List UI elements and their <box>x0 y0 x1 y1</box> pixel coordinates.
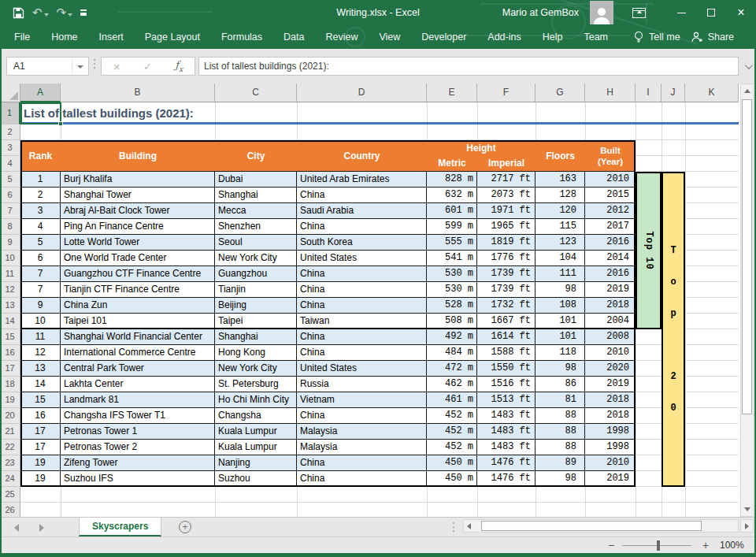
cell-built-row21[interactable]: 1998 <box>585 424 636 440</box>
cell-city-row11[interactable]: Guangzhou <box>215 266 297 282</box>
cell-imperial-row7[interactable]: 1971 ft <box>477 203 536 219</box>
cell-building-row19[interactable]: Landmark 81 <box>61 392 215 408</box>
formula-bar-expand-icon[interactable] <box>745 61 753 69</box>
cell-built-row20[interactable]: 2018 <box>585 408 636 424</box>
cell-city-row18[interactable]: St. Petersburg <box>215 377 297 392</box>
scroll-right-button[interactable] <box>740 519 754 533</box>
sheet-nav-right-icon[interactable] <box>39 524 44 532</box>
cell-country-row22[interactable]: Malaysia <box>297 440 427 455</box>
cell-building-row7[interactable]: Abraj Al-Bait Clock Tower <box>61 203 215 219</box>
row-header-1[interactable]: 1 <box>0 102 20 124</box>
ribbon-display-options-icon[interactable] <box>632 8 646 18</box>
fill-handle[interactable] <box>58 121 63 126</box>
cell-country-row6[interactable]: China <box>297 188 427 203</box>
cell-metric-row7[interactable]: 601 m <box>427 203 477 219</box>
row-header-3[interactable]: 3 <box>0 140 20 156</box>
zoom-out-button[interactable]: − <box>608 539 614 551</box>
tab-help[interactable]: Help <box>543 32 563 43</box>
cell-imperial-row12[interactable]: 1739 ft <box>477 282 536 298</box>
cell-building-row13[interactable]: China Zun <box>61 298 215 314</box>
cell-built-row9[interactable]: 2016 <box>585 235 636 251</box>
cell-city-row23[interactable]: Nanjing <box>215 455 297 471</box>
account-name[interactable]: Mario at GemBox <box>502 7 579 18</box>
vertical-scrollbar[interactable] <box>740 84 754 517</box>
cell-country-row11[interactable]: China <box>297 266 427 282</box>
avatar[interactable] <box>590 1 613 24</box>
cell-imperial-row14[interactable]: 1667 ft <box>477 314 536 329</box>
cell-city-row19[interactable]: Ho Chi Minh City <box>215 392 297 408</box>
row-header-7[interactable]: 7 <box>0 203 20 219</box>
cell-city-row7[interactable]: Mecca <box>215 203 297 219</box>
cell-built-row8[interactable]: 2017 <box>585 219 636 235</box>
zoom-in-button[interactable]: + <box>702 539 709 551</box>
cell-metric-row16[interactable]: 484 m <box>427 345 477 361</box>
cell-built-row11[interactable]: 2016 <box>585 266 636 282</box>
cell-floors-row20[interactable]: 88 <box>536 408 585 424</box>
cell-building-row18[interactable]: Lakhta Center <box>61 377 215 392</box>
cell-metric-row13[interactable]: 528 m <box>427 298 477 314</box>
cell-country-row8[interactable]: China <box>297 219 427 235</box>
column-header-J[interactable]: J <box>662 84 685 102</box>
cell-city-row17[interactable]: New York City <box>215 361 297 377</box>
cell-built-row6[interactable]: 2015 <box>585 188 636 203</box>
row-header-16[interactable]: 16 <box>0 345 20 361</box>
redo-dropdown-icon[interactable] <box>68 13 72 17</box>
cell-floors-row23[interactable]: 89 <box>536 455 585 471</box>
row-header-17[interactable]: 17 <box>0 361 20 377</box>
cell-floors-row17[interactable]: 98 <box>536 361 585 377</box>
cell-rank-row6[interactable]: 2 <box>20 188 61 203</box>
cell-rank-row10[interactable]: 6 <box>20 251 61 266</box>
cell-floors-row11[interactable]: 111 <box>536 266 585 282</box>
cell-country-row7[interactable]: Saudi Arabia <box>297 203 427 219</box>
cell-rank-row14[interactable]: 10 <box>20 314 61 329</box>
row-header-8[interactable]: 8 <box>0 219 20 235</box>
cell-city-row20[interactable]: Changsha <box>215 408 297 424</box>
cell-built-row24[interactable]: 2019 <box>585 471 636 487</box>
cell-rank-row5[interactable]: 1 <box>20 172 61 188</box>
horizontal-scrollbar-thumb[interactable] <box>481 521 702 531</box>
cell-country-row14[interactable]: Taiwan <box>297 314 427 329</box>
cell-metric-row11[interactable]: 530 m <box>427 266 477 282</box>
cell-building-row24[interactable]: Suzhou IFS <box>61 471 215 487</box>
cell-rank-row11[interactable]: 7 <box>20 266 61 282</box>
formula-bar-resize-handle[interactable] <box>94 59 95 69</box>
cell-imperial-row11[interactable]: 1739 ft <box>477 266 536 282</box>
cell-floors-row19[interactable]: 81 <box>536 392 585 408</box>
column-header-I[interactable]: I <box>636 84 662 102</box>
horizontal-scrollbar[interactable] <box>463 519 739 533</box>
cell-building-row10[interactable]: One World Trade Center <box>61 251 215 266</box>
cell-country-row15[interactable]: China <box>297 329 427 345</box>
row-header-12[interactable]: 12 <box>0 282 20 298</box>
cell-country-row17[interactable]: United States <box>297 361 427 377</box>
row-header-24[interactable]: 24 <box>0 471 20 487</box>
cell-building-row22[interactable]: Petronas Tower 2 <box>61 440 215 455</box>
cell-built-row17[interactable]: 2020 <box>585 361 636 377</box>
row-header-26[interactable]: 26 <box>0 503 20 517</box>
undo-button[interactable]: ↶ <box>32 6 49 20</box>
cell-building-row21[interactable]: Petronas Tower 1 <box>61 424 215 440</box>
cell-city-row22[interactable]: Kuala Lumpur <box>215 440 297 455</box>
tab-data[interactable]: Data <box>284 32 304 43</box>
customize-quick-access-icon[interactable] <box>80 9 87 16</box>
save-icon[interactable] <box>13 7 24 19</box>
enter-icon[interactable]: ✓ <box>143 61 152 72</box>
row-header-13[interactable]: 13 <box>0 298 20 314</box>
cell-metric-row8[interactable]: 599 m <box>427 219 477 235</box>
cell-imperial-row16[interactable]: 1588 ft <box>477 345 536 361</box>
cell-city-row15[interactable]: Shanghai <box>215 329 297 345</box>
column-header-K[interactable]: K <box>685 84 739 102</box>
undo-dropdown-icon[interactable] <box>44 13 49 17</box>
cell-rank-row9[interactable]: 5 <box>20 235 61 251</box>
tab-insert[interactable]: Insert <box>99 32 124 43</box>
cell-country-row23[interactable]: China <box>297 455 427 471</box>
row-header-18[interactable]: 18 <box>0 377 20 392</box>
cell-built-row15[interactable]: 2008 <box>585 329 636 345</box>
cell-city-row9[interactable]: Seoul <box>215 235 297 251</box>
cell-rank-row19[interactable]: 15 <box>20 392 61 408</box>
cell-city-row21[interactable]: Kuala Lumpur <box>215 424 297 440</box>
cell-building-row9[interactable]: Lotte World Tower <box>61 235 215 251</box>
cell-floors-row12[interactable]: 98 <box>536 282 585 298</box>
sheet-tab-skyscrapers[interactable]: Skyscrapers <box>79 518 161 537</box>
column-header-F[interactable]: F <box>477 84 536 102</box>
cell-rank-row21[interactable]: 17 <box>20 424 61 440</box>
